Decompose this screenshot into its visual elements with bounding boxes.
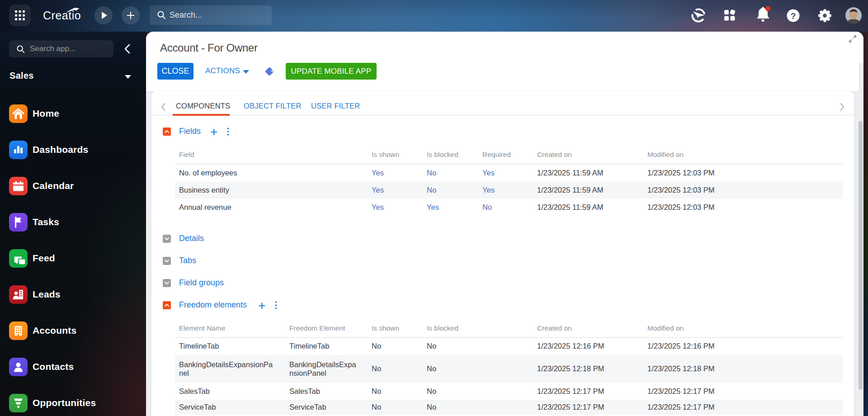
svg-text:?: ?: [791, 11, 796, 21]
